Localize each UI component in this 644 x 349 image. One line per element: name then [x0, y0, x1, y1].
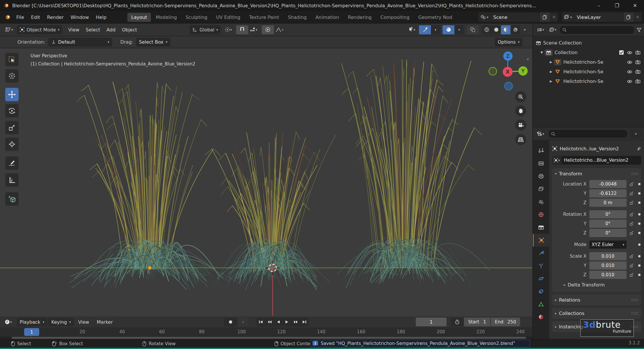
relations-panel[interactable]: ▸ Relations	[552, 294, 641, 305]
timeline-scrollbar[interactable]	[0, 336, 532, 339]
measure-tool-icon[interactable]	[5, 173, 19, 187]
breadcrumb-object-name[interactable]: Helictotrich..lue_Version2	[560, 146, 619, 152]
tab-uv-editing[interactable]: UV Editing	[212, 13, 244, 22]
timeline-ruler[interactable]: 20406080100120140160180200220240 1	[0, 328, 532, 336]
disable-render-camera-icon[interactable]	[635, 79, 641, 83]
tab-animation[interactable]: Animation	[312, 13, 343, 22]
scale-y-field[interactable]: 0.010	[589, 261, 627, 270]
delta-transform-subpanel[interactable]: ▸ Delta Transform	[552, 280, 641, 290]
lock-icon[interactable]	[627, 191, 636, 196]
transform-tool-icon[interactable]	[5, 138, 19, 151]
rotation-z-field[interactable]: 0°	[589, 229, 627, 237]
tab-scene-icon[interactable]	[533, 195, 549, 208]
box-select-tool-icon[interactable]	[5, 53, 19, 66]
scene-icon[interactable]: ▾	[479, 13, 490, 22]
annotate-tool-icon[interactable]	[5, 156, 19, 170]
lock-icon[interactable]	[627, 212, 636, 217]
properties-search-input[interactable]	[548, 129, 628, 138]
tab-geometry-nodes[interactable]: Geometry Nod	[415, 13, 456, 22]
stopwatch-icon[interactable]	[451, 318, 463, 326]
animate-dot[interactable]	[638, 183, 641, 185]
navigation-gizmo[interactable]: Z Y X	[483, 48, 532, 98]
location-z-field[interactable]: 0 m	[589, 199, 627, 207]
properties-filter-dropdown[interactable]: ▾	[630, 129, 642, 138]
cursor-tool-icon[interactable]	[5, 69, 19, 83]
snap-target-dropdown[interactable]: ▾	[248, 25, 259, 34]
close-button[interactable]: ✕	[626, 0, 644, 11]
rotation-x-field[interactable]: 0°	[589, 210, 627, 218]
object-types-visibility-dropdown[interactable]: ▾	[406, 25, 417, 34]
keying-dropdown[interactable]: Keying▾	[48, 318, 74, 326]
panel-grip-icon[interactable]	[631, 299, 638, 301]
start-frame-field[interactable]: Start1	[464, 318, 490, 326]
jump-to-end-button[interactable]	[300, 318, 309, 327]
menu-select[interactable]: Select	[83, 26, 103, 34]
tab-modeling[interactable]: Modeling	[152, 13, 181, 22]
transform-orientation-dropdown[interactable]: Global ▾	[190, 25, 221, 34]
timeline-menu-view[interactable]: View	[75, 318, 92, 326]
new-scene-button[interactable]	[540, 13, 550, 22]
xray-toggle[interactable]	[467, 25, 479, 34]
viewport-canvas[interactable]: User Perspective (1) Collection | Helict…	[0, 48, 532, 316]
lock-icon[interactable]	[627, 263, 636, 268]
view-layer-icon[interactable]: ▾	[562, 13, 574, 22]
outliner-search-input[interactable]	[559, 26, 635, 34]
transform-panel-header[interactable]: ▾ Transform	[552, 168, 641, 179]
unlink-scene-icon[interactable]: ✕	[550, 13, 558, 22]
add-cube-tool-icon[interactable]	[5, 192, 19, 206]
tab-view-layer-icon[interactable]	[533, 183, 549, 195]
tab-modifiers-icon[interactable]	[533, 247, 549, 259]
panel-grip-icon[interactable]	[631, 172, 638, 175]
location-x-field[interactable]: -0.0048	[589, 180, 627, 188]
lock-icon[interactable]	[627, 222, 636, 226]
outliner-row-object-2[interactable]: ▶ Helictotrichon-Se	[533, 67, 644, 76]
zoom-view-button[interactable]	[515, 91, 526, 102]
tab-layout[interactable]: Layout	[127, 13, 151, 22]
outliner-row-object-3[interactable]: ▶ Helictotrichon-Se	[533, 76, 644, 86]
keying-set-dropdown[interactable]: ▾	[238, 318, 248, 327]
timeline-menu-marker[interactable]: Marker	[94, 318, 116, 326]
collection-checkbox[interactable]	[619, 50, 624, 55]
rotation-mode-dropdown[interactable]: XYZ Euler▾	[589, 241, 627, 249]
menu-edit[interactable]: Edit	[28, 13, 44, 22]
play-reverse-button[interactable]	[274, 318, 283, 327]
drag-setting-dropdown[interactable]: Select Box ▾	[136, 38, 170, 47]
playback-dropdown[interactable]: Playback▾	[17, 318, 47, 326]
expand-triangle-icon[interactable]: ▶	[550, 79, 552, 83]
scale-z-field[interactable]: 0.010	[589, 271, 627, 279]
tab-world-icon[interactable]	[533, 208, 549, 221]
hide-eye-icon[interactable]	[627, 79, 632, 83]
tab-compositing[interactable]: Compositing	[377, 13, 413, 22]
pivot-point-dropdown[interactable]: ▾	[223, 25, 233, 34]
shading-wireframe-button[interactable]	[482, 25, 491, 34]
tab-collection-icon[interactable]	[533, 221, 549, 234]
editor-type-properties-icon[interactable]: ▾	[535, 129, 546, 138]
sidebar-collapse-arrow[interactable]: ‹	[527, 56, 529, 62]
playhead-current-frame[interactable]: 1	[24, 328, 39, 336]
tab-shading[interactable]: Shading	[284, 13, 311, 22]
tab-material-icon[interactable]	[533, 311, 549, 323]
lock-icon[interactable]	[627, 254, 636, 259]
editor-type-outliner-icon[interactable]: ▾	[535, 25, 546, 34]
end-frame-field[interactable]: End250	[491, 318, 520, 326]
expand-triangle-icon[interactable]: ▼	[540, 51, 543, 54]
pin-icon[interactable]	[636, 146, 641, 151]
outliner-row-object-1[interactable]: ▶ Helictotrichon-Se	[533, 57, 644, 67]
rotate-tool-icon[interactable]	[5, 104, 19, 117]
animate-dot[interactable]	[638, 274, 641, 276]
snap-toggle[interactable]	[236, 25, 248, 34]
disable-render-camera-icon[interactable]	[635, 50, 641, 55]
proportional-editing-toggle[interactable]	[262, 25, 274, 34]
shading-solid-button[interactable]	[491, 25, 501, 34]
options-dropdown[interactable]: Options ▾	[495, 38, 522, 47]
animate-dot[interactable]	[638, 192, 641, 195]
object-id-icon[interactable]: ▾	[552, 156, 562, 165]
animate-dot[interactable]	[638, 243, 641, 246]
remove-view-layer-icon[interactable]: ✕	[634, 13, 642, 22]
hide-eye-icon[interactable]	[627, 51, 632, 55]
tab-tool-icon[interactable]	[533, 144, 549, 157]
menu-help[interactable]: Help	[92, 13, 110, 22]
disable-render-camera-icon[interactable]	[635, 60, 641, 64]
lock-icon[interactable]	[627, 231, 636, 235]
camera-view-button[interactable]	[515, 120, 526, 131]
